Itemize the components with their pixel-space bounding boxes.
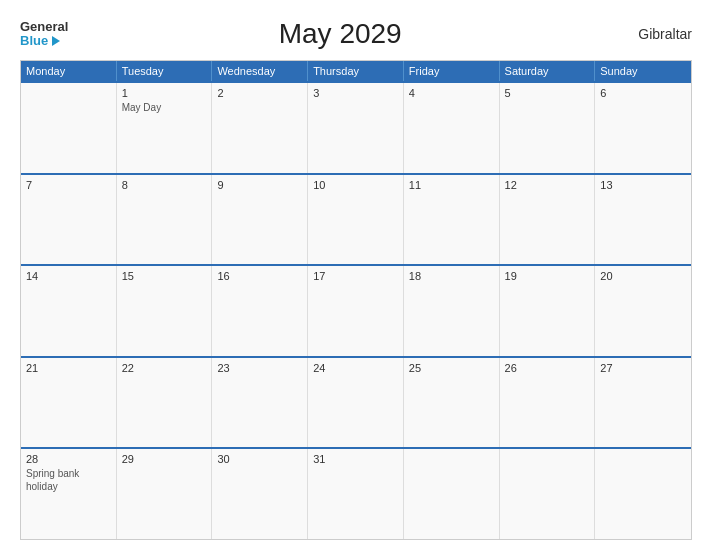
calendar-cell: 5 — [500, 83, 596, 173]
calendar-cell: 2 — [212, 83, 308, 173]
calendar-cell — [595, 449, 691, 539]
day-number: 15 — [122, 270, 207, 282]
day-number: 23 — [217, 362, 302, 374]
day-number: 29 — [122, 453, 207, 465]
header: General Blue May 2029 Gibraltar — [20, 18, 692, 50]
calendar-cell: 31 — [308, 449, 404, 539]
calendar-cell: 6 — [595, 83, 691, 173]
calendar-body: 1May Day23456789101112131415161718192021… — [21, 81, 691, 539]
calendar-week-2: 78910111213 — [21, 173, 691, 265]
calendar-header-row: Monday Tuesday Wednesday Thursday Friday… — [21, 61, 691, 81]
calendar: Monday Tuesday Wednesday Thursday Friday… — [20, 60, 692, 540]
day-number: 20 — [600, 270, 686, 282]
day-number: 10 — [313, 179, 398, 191]
calendar-week-5: 28Spring bank holiday293031 — [21, 447, 691, 539]
calendar-cell: 25 — [404, 358, 500, 448]
day-number: 2 — [217, 87, 302, 99]
calendar-cell: 30 — [212, 449, 308, 539]
day-number: 3 — [313, 87, 398, 99]
day-number: 22 — [122, 362, 207, 374]
calendar-cell: 7 — [21, 175, 117, 265]
calendar-cell: 19 — [500, 266, 596, 356]
calendar-cell: 18 — [404, 266, 500, 356]
day-number: 30 — [217, 453, 302, 465]
calendar-cell: 17 — [308, 266, 404, 356]
holiday-name: Spring bank holiday — [26, 467, 111, 493]
day-number: 9 — [217, 179, 302, 191]
calendar-week-1: 1May Day23456 — [21, 81, 691, 173]
calendar-cell: 22 — [117, 358, 213, 448]
calendar-cell — [500, 449, 596, 539]
logo: General Blue — [20, 20, 68, 49]
calendar-cell: 20 — [595, 266, 691, 356]
day-number: 28 — [26, 453, 111, 465]
col-thursday: Thursday — [308, 61, 404, 81]
calendar-cell: 4 — [404, 83, 500, 173]
day-number: 4 — [409, 87, 494, 99]
day-number: 21 — [26, 362, 111, 374]
day-number: 1 — [122, 87, 207, 99]
calendar-cell: 28Spring bank holiday — [21, 449, 117, 539]
calendar-cell: 16 — [212, 266, 308, 356]
calendar-cell: 11 — [404, 175, 500, 265]
calendar-cell: 15 — [117, 266, 213, 356]
calendar-cell: 3 — [308, 83, 404, 173]
calendar-cell: 14 — [21, 266, 117, 356]
day-number: 18 — [409, 270, 494, 282]
day-number: 26 — [505, 362, 590, 374]
col-saturday: Saturday — [500, 61, 596, 81]
day-number: 12 — [505, 179, 590, 191]
col-wednesday: Wednesday — [212, 61, 308, 81]
region-label: Gibraltar — [612, 26, 692, 42]
day-number: 27 — [600, 362, 686, 374]
calendar-cell: 21 — [21, 358, 117, 448]
calendar-cell: 29 — [117, 449, 213, 539]
day-number: 8 — [122, 179, 207, 191]
day-number: 11 — [409, 179, 494, 191]
day-number: 13 — [600, 179, 686, 191]
calendar-cell: 10 — [308, 175, 404, 265]
calendar-cell: 1May Day — [117, 83, 213, 173]
day-number: 14 — [26, 270, 111, 282]
calendar-cell — [404, 449, 500, 539]
logo-triangle-icon — [52, 36, 60, 46]
day-number: 25 — [409, 362, 494, 374]
calendar-cell — [21, 83, 117, 173]
day-number: 5 — [505, 87, 590, 99]
logo-blue-text: Blue — [20, 34, 68, 48]
col-sunday: Sunday — [595, 61, 691, 81]
logo-general-text: General — [20, 20, 68, 34]
day-number: 19 — [505, 270, 590, 282]
calendar-cell: 12 — [500, 175, 596, 265]
calendar-cell: 24 — [308, 358, 404, 448]
holiday-name: May Day — [122, 101, 207, 114]
day-number: 17 — [313, 270, 398, 282]
calendar-cell: 23 — [212, 358, 308, 448]
day-number: 31 — [313, 453, 398, 465]
col-tuesday: Tuesday — [117, 61, 213, 81]
day-number: 24 — [313, 362, 398, 374]
day-number: 7 — [26, 179, 111, 191]
calendar-cell: 9 — [212, 175, 308, 265]
col-monday: Monday — [21, 61, 117, 81]
col-friday: Friday — [404, 61, 500, 81]
calendar-cell: 27 — [595, 358, 691, 448]
calendar-week-3: 14151617181920 — [21, 264, 691, 356]
day-number: 6 — [600, 87, 686, 99]
calendar-cell: 13 — [595, 175, 691, 265]
calendar-week-4: 21222324252627 — [21, 356, 691, 448]
calendar-cell: 8 — [117, 175, 213, 265]
page: General Blue May 2029 Gibraltar Monday T… — [0, 0, 712, 550]
day-number: 16 — [217, 270, 302, 282]
calendar-cell: 26 — [500, 358, 596, 448]
calendar-title: May 2029 — [68, 18, 612, 50]
